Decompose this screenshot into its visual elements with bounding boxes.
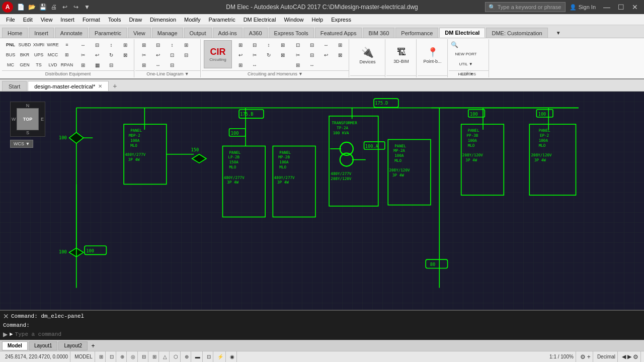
menu-format[interactable]: Format bbox=[78, 14, 104, 25]
cir-btn4[interactable]: ⊞ bbox=[276, 40, 289, 49]
cir-btn5[interactable]: ↩ bbox=[234, 50, 247, 59]
cmd-close-btn[interactable]: ✕ bbox=[3, 312, 9, 320]
3dosnap-section[interactable]: ⊞ bbox=[150, 351, 159, 362]
home-btn5[interactable]: ✂ bbox=[291, 50, 304, 59]
menu-window[interactable]: Window bbox=[280, 14, 307, 25]
cir-btn9[interactable]: ⊞ bbox=[234, 60, 247, 69]
osnap-section[interactable]: ⊟ bbox=[140, 351, 148, 362]
pointb-button[interactable]: 📍 Point-b... bbox=[420, 41, 445, 69]
close-button[interactable]: ✕ bbox=[628, 0, 642, 14]
d-btn10[interactable]: ▦ bbox=[91, 60, 104, 69]
user-icon[interactable]: 👤 bbox=[570, 4, 577, 11]
save-icon[interactable]: 💾 bbox=[38, 3, 47, 12]
home-btn2[interactable]: ⊟ bbox=[305, 40, 318, 49]
d-btn1[interactable]: ↔ bbox=[76, 40, 90, 49]
ol-btn5[interactable]: ✂ bbox=[137, 50, 150, 59]
home-btn1[interactable]: ⊡ bbox=[291, 40, 304, 49]
home-btn7[interactable]: ↩ bbox=[319, 50, 333, 59]
cir-btn1[interactable]: ⊞ bbox=[234, 40, 247, 49]
menu-express[interactable]: Express bbox=[327, 14, 355, 25]
print-icon[interactable]: 🖨 bbox=[49, 3, 58, 12]
d-btn8[interactable]: ⊠ bbox=[119, 50, 132, 59]
ol-btn3[interactable]: ↕ bbox=[166, 40, 179, 49]
d-btn3[interactable]: ↕ bbox=[105, 40, 118, 49]
d-btn5[interactable]: ✂ bbox=[76, 50, 90, 59]
ol-btn10[interactable]: ↔ bbox=[151, 60, 165, 69]
dyn-section[interactable]: ⊕ bbox=[183, 351, 191, 362]
menu-insert[interactable]: Insert bbox=[56, 14, 78, 25]
ducs-section[interactable]: ⬡ bbox=[172, 351, 181, 362]
gear-icon[interactable]: ⚙ bbox=[580, 353, 586, 360]
d-btn11[interactable]: ⊟ bbox=[105, 60, 118, 69]
home-btn8[interactable]: ⊠ bbox=[334, 50, 347, 59]
polar-section[interactable]: ◎ bbox=[129, 351, 138, 362]
cmd-expand-icon[interactable]: ▶ bbox=[3, 331, 8, 338]
ol-btn9[interactable]: ⊞ bbox=[137, 60, 150, 69]
d-btn2[interactable]: ⊟ bbox=[91, 40, 104, 49]
otrack-section[interactable]: △ bbox=[161, 351, 170, 362]
menu-draw[interactable]: Draw bbox=[125, 14, 146, 25]
sign-in-label[interactable]: Sign In bbox=[579, 4, 596, 10]
d-btn6[interactable]: ↩ bbox=[91, 50, 104, 59]
qp-section[interactable]: ⚡ bbox=[215, 351, 226, 362]
menu-view[interactable]: View bbox=[37, 14, 57, 25]
menu-modify[interactable]: Modify bbox=[180, 14, 204, 25]
open-icon[interactable]: 📂 bbox=[27, 3, 36, 12]
home-btn10[interactable]: ↔ bbox=[305, 60, 318, 69]
tspace-section[interactable]: ⊡ bbox=[205, 351, 213, 362]
tab-addins[interactable]: Add-ins bbox=[213, 28, 243, 38]
circ-dropdown-icon[interactable]: ▼ bbox=[298, 71, 303, 76]
settings-icon2[interactable]: ⚙ bbox=[633, 353, 638, 360]
grid-toggle[interactable]: ⊞ bbox=[97, 351, 106, 362]
util-btn[interactable]: UTIL ▼ bbox=[451, 59, 481, 68]
home-btn3[interactable]: ↔ bbox=[319, 40, 333, 49]
pnl-btn[interactable]: PNL bbox=[4, 40, 17, 49]
ribbon-options-btn[interactable]: ▼ bbox=[551, 28, 566, 38]
menu-parametric[interactable]: Parametric bbox=[204, 14, 239, 25]
tab-view[interactable]: View bbox=[128, 28, 151, 38]
menu-dimension[interactable]: Dimension bbox=[146, 14, 180, 25]
tab-dme-customization[interactable]: DME: Customization bbox=[486, 28, 547, 38]
ol-btn2[interactable]: ⊟ bbox=[151, 40, 165, 49]
tab-manage[interactable]: Manage bbox=[152, 28, 183, 38]
new-port-btn[interactable]: NEW PORT bbox=[451, 49, 481, 58]
menu-dm-electrical[interactable]: DM Electrical bbox=[239, 14, 280, 25]
tab-bim360[interactable]: BIM 360 bbox=[363, 28, 394, 38]
minimize-button[interactable]: — bbox=[600, 0, 614, 14]
ol-btn7[interactable]: ⊡ bbox=[166, 50, 179, 59]
lweight-section[interactable]: ▬ bbox=[193, 351, 203, 362]
extra-btn1[interactable]: ≡ bbox=[60, 40, 73, 49]
ol-btn1[interactable]: ⊞ bbox=[137, 40, 150, 49]
ups-btn[interactable]: UPS bbox=[32, 50, 45, 59]
dropdown-icon[interactable]: ▼ bbox=[83, 3, 92, 12]
home-btn6[interactable]: ⊟ bbox=[305, 50, 318, 59]
tab-annotate[interactable]: Annotate bbox=[55, 28, 88, 38]
mc-btn[interactable]: MC bbox=[4, 60, 17, 69]
layout-tab-add-button[interactable]: + bbox=[89, 341, 98, 350]
cmd-input-field[interactable] bbox=[15, 331, 641, 337]
layout-tab-layout2[interactable]: Layout2 bbox=[58, 341, 88, 350]
wire-btn[interactable]: WIRE bbox=[46, 40, 59, 49]
sc-section[interactable]: ◉ bbox=[228, 351, 237, 362]
lvd-btn[interactable]: LVD bbox=[46, 60, 59, 69]
tab-insert[interactable]: Insert bbox=[29, 28, 54, 38]
layout-tab-model[interactable]: Model bbox=[2, 341, 28, 350]
home-btn9[interactable]: ⊞ bbox=[291, 60, 304, 69]
menu-edit[interactable]: Edit bbox=[19, 14, 37, 25]
gen-btn[interactable]: GEN bbox=[18, 60, 31, 69]
mcc-btn[interactable]: MCC bbox=[46, 50, 59, 59]
ts-btn[interactable]: TS bbox=[32, 60, 45, 69]
cir-btn10[interactable]: ↔ bbox=[248, 60, 261, 69]
undo-icon[interactable]: ↩ bbox=[60, 3, 69, 12]
menu-file[interactable]: File bbox=[2, 14, 19, 25]
cir-btn8[interactable]: ⊠ bbox=[276, 50, 289, 59]
doc-tab-document[interactable]: design-master-electrical* ✕ bbox=[28, 81, 109, 91]
tab-a360[interactable]: A360 bbox=[244, 28, 268, 38]
d-btn4[interactable]: ⊞ bbox=[119, 40, 132, 49]
new-icon[interactable]: 📄 bbox=[16, 3, 25, 12]
menu-help[interactable]: Help bbox=[308, 14, 328, 25]
oneline-dropdown-icon[interactable]: ▼ bbox=[185, 71, 189, 76]
layout-tab-layout1[interactable]: Layout1 bbox=[29, 341, 58, 350]
cir-btn3[interactable]: ↕ bbox=[262, 40, 275, 49]
d-btn9[interactable]: ⊞ bbox=[76, 60, 90, 69]
